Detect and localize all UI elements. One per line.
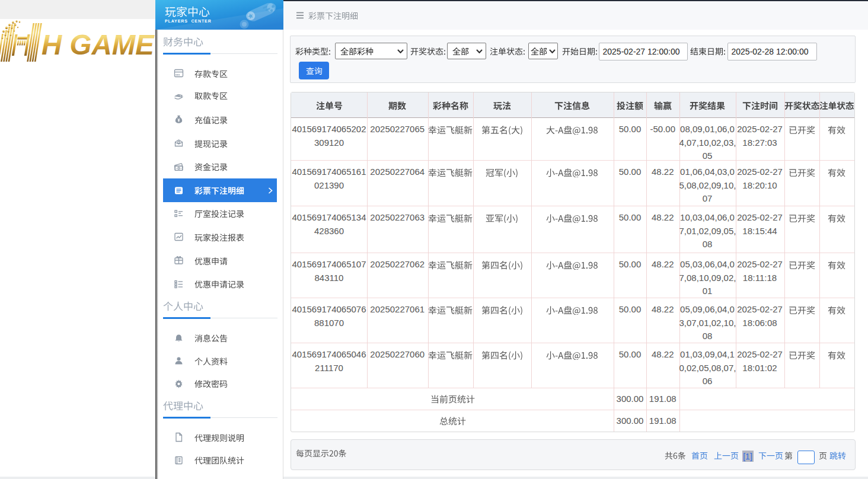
svg-text:H GAME: H GAME [42, 29, 155, 60]
